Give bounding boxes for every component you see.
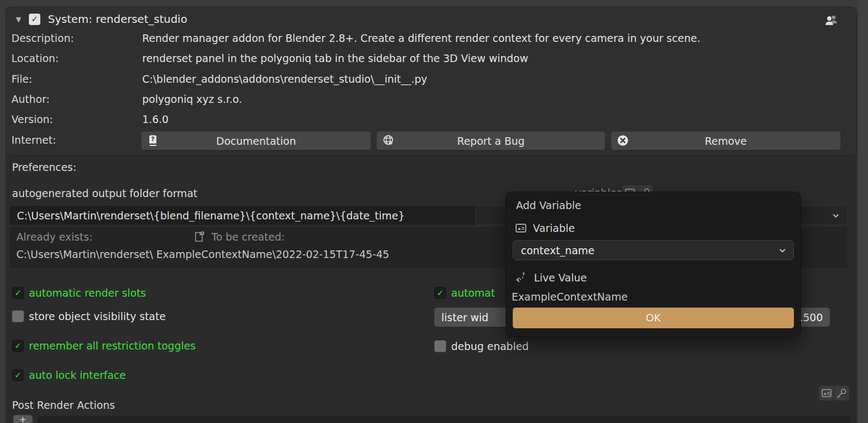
add-post-render-action-button[interactable]: + xyxy=(13,415,33,423)
checkbox-checked-icon[interactable] xyxy=(12,340,24,352)
file-label: File: xyxy=(11,73,32,85)
plus-icon: + xyxy=(19,414,26,423)
post-render-actions-label: Post Render Actions xyxy=(12,399,115,411)
blender-preferences-screen: ▼ System: renderset_studio Description: … xyxy=(0,0,868,423)
checkbox-automat-clipped[interactable]: automat xyxy=(434,286,495,299)
checkbox-label: automat xyxy=(451,287,495,299)
checkbox-label: debug enabled xyxy=(451,340,529,352)
report-bug-button[interactable]: Report a Bug xyxy=(377,131,605,150)
variable-select-dropdown[interactable]: context_name xyxy=(513,240,794,260)
ok-button[interactable]: OK xyxy=(513,308,794,328)
file-new-icon xyxy=(193,230,206,243)
live-value-text: ExampleContextName xyxy=(512,291,628,303)
output-format-input[interactable]: C:\Users\Martin\renderset\{blend_filenam… xyxy=(10,206,475,225)
created-path-value: C:\Users\Martin\renderset\ ExampleContex… xyxy=(16,248,389,260)
window-edge-scrollbar[interactable] xyxy=(858,0,868,423)
live-value-label: Live Value xyxy=(534,272,587,284)
location-label: Location: xyxy=(11,52,59,64)
ok-button-label: OK xyxy=(646,312,660,324)
checkbox-label: remember all restriction toggles xyxy=(29,340,196,352)
help-book-icon: ? xyxy=(147,134,160,147)
report-bug-button-label: Report a Bug xyxy=(457,135,525,147)
remove-button[interactable]: Remove xyxy=(611,131,841,150)
preferences-title: Preferences: xyxy=(12,161,76,173)
live-value-driver-icon xyxy=(514,271,527,284)
addon-enabled-checkbox[interactable] xyxy=(29,14,40,25)
add-variable-popup: Add Variable Variable context_name Live … xyxy=(506,192,801,336)
checkbox-label: automatic render slots xyxy=(29,287,146,299)
post-render-actions-list[interactable] xyxy=(38,416,851,423)
checkbox-unchecked-icon[interactable] xyxy=(12,310,24,322)
checkbox-checked-icon[interactable] xyxy=(12,287,24,299)
url-globe-icon xyxy=(382,134,395,147)
community-users-icon xyxy=(823,13,839,28)
checkbox-checked-icon[interactable] xyxy=(12,369,24,381)
internet-label: Internet: xyxy=(11,134,56,146)
location-value: renderset panel in the polygoniq tab in … xyxy=(142,52,528,64)
variable-label: Variable xyxy=(533,222,575,234)
version-label: Version: xyxy=(11,113,53,125)
post-render-variables-list-button[interactable] xyxy=(819,385,834,401)
lister-width-label: lister wid xyxy=(441,311,488,323)
version-value: 1.6.0 xyxy=(142,113,168,125)
checkbox-label: auto lock interface xyxy=(29,369,126,381)
expand-triangle-icon[interactable]: ▼ xyxy=(16,15,21,23)
checkbox-debug-enabled[interactable]: debug enabled xyxy=(434,340,529,353)
checkbox-store-object-visibility[interactable]: store object visibility state xyxy=(12,310,166,323)
post-render-variables-search-button[interactable] xyxy=(834,385,849,401)
variable-card-icon xyxy=(821,388,832,399)
already-exists-label: Already exists: xyxy=(16,231,93,243)
cancel-circle-icon xyxy=(616,134,629,147)
checkbox-label: store object visibility state xyxy=(29,310,166,322)
author-label: Author: xyxy=(11,93,50,105)
output-format-value: C:\Users\Martin\renderset\{blend_filenam… xyxy=(17,210,405,222)
output-format-label: autogenerated output folder format xyxy=(12,187,197,199)
popup-title: Add Variable xyxy=(516,199,581,211)
checkbox-automatic-render-slots[interactable]: automatic render slots xyxy=(12,286,146,299)
variable-card-icon xyxy=(515,222,527,234)
file-value: C:\blender_addons\addons\renderset_studi… xyxy=(142,73,427,85)
checkbox-remember-restriction-toggles[interactable]: remember all restriction toggles xyxy=(12,339,196,352)
live-value-row: Live Value xyxy=(514,271,587,284)
variable-row: Variable xyxy=(515,222,575,234)
checkbox-auto-lock-interface[interactable]: auto lock interface xyxy=(12,369,126,382)
svg-text:?: ? xyxy=(151,136,154,143)
chevron-down-icon xyxy=(831,211,840,220)
variable-selected-value: context_name xyxy=(521,244,594,256)
remove-button-label: Remove xyxy=(705,135,746,147)
author-value: polygoniq xyz s.r.o. xyxy=(142,93,242,105)
addon-header[interactable]: ▼ System: renderset_studio xyxy=(16,13,187,26)
checkbox-unchecked-icon[interactable] xyxy=(434,340,446,352)
addon-title: System: renderset_studio xyxy=(48,13,187,26)
description-label: Description: xyxy=(11,32,74,44)
to-be-created-label: To be created: xyxy=(211,231,285,243)
search-edit-icon xyxy=(836,388,847,399)
documentation-button-label: Documentation xyxy=(216,135,296,147)
documentation-button[interactable]: ? Documentation xyxy=(141,131,371,150)
checkbox-checked-icon[interactable] xyxy=(434,287,446,299)
chevron-down-icon xyxy=(778,246,787,255)
description-value: Render manager addon for Blender 2.8+. C… xyxy=(142,32,700,44)
